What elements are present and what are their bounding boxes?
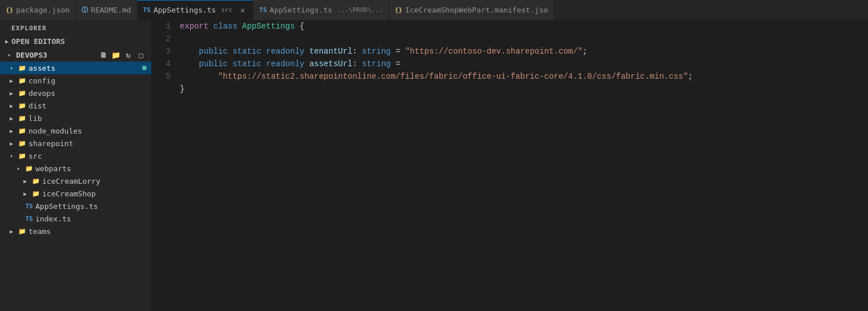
tab-label: README.md bbox=[91, 6, 131, 14]
chevron-right-icon bbox=[21, 178, 30, 184]
folder-icon: 📁 bbox=[18, 115, 27, 122]
tree-item-devops[interactable]: 📁 devops bbox=[0, 87, 151, 99]
chevron-right-icon bbox=[7, 228, 16, 235]
space bbox=[295, 22, 300, 31]
space bbox=[237, 22, 242, 31]
tab-readme-md[interactable]: ⓘ README.md bbox=[76, 0, 137, 20]
space bbox=[208, 22, 213, 31]
folder-icon: 📁 bbox=[31, 177, 41, 185]
tree-item-label: lib bbox=[29, 114, 42, 123]
tree-item-label: webparts bbox=[35, 164, 71, 173]
sidebar: EXPLORER OPEN EDITORS DEVOPS3 🗎 📁 ↻ □ 📁 … bbox=[0, 20, 151, 311]
tab-bar: {} package.json ⓘ README.md TS AppSettin… bbox=[0, 0, 868, 20]
folder-icon: 📁 bbox=[18, 140, 27, 147]
tab-suffix: src bbox=[221, 6, 232, 14]
tab-label: AppSettings.ts bbox=[270, 6, 333, 14]
ts-icon: TS bbox=[143, 6, 151, 14]
devops-icon-group: 🗎 📁 ↻ □ bbox=[98, 49, 147, 60]
tree-item-node-modules[interactable]: 📁 node_modules bbox=[0, 124, 151, 137]
tree-item-webparts[interactable]: 📁 webparts bbox=[0, 162, 151, 175]
folder-icon: 📁 bbox=[18, 64, 27, 72]
indent bbox=[180, 47, 199, 56]
tree-item-label: devops bbox=[29, 89, 55, 98]
tree-item-teams[interactable]: 📁 teams bbox=[0, 225, 151, 237]
open-editors-header[interactable]: OPEN EDITORS bbox=[0, 34, 151, 48]
line-numbers: 1 2 3 4 5 bbox=[151, 20, 180, 311]
tree-item-config[interactable]: 📁 config bbox=[0, 74, 151, 87]
chevron-down-icon bbox=[7, 153, 16, 159]
folder-icon: 📁 bbox=[31, 190, 41, 197]
close-brace: } bbox=[180, 84, 184, 94]
modified-dot bbox=[142, 66, 147, 70]
explorer-title: EXPLORER bbox=[0, 20, 151, 34]
indent bbox=[180, 72, 218, 81]
keyword-static: static bbox=[232, 59, 261, 68]
tree-item-label: sharepoint bbox=[29, 139, 73, 148]
chevron-right-icon bbox=[21, 191, 30, 197]
json-icon: {} bbox=[6, 6, 13, 14]
line-num-5: 5 bbox=[158, 70, 171, 83]
prop-assetsurl: assetsUrl bbox=[309, 59, 353, 68]
collapse-icon[interactable]: □ bbox=[135, 49, 147, 60]
tab-appsettings-prod[interactable]: TS AppSettings.ts ...\PROD\... bbox=[253, 0, 389, 20]
folder-icon: 📁 bbox=[18, 127, 27, 135]
code-line-4: public static readonly assetsUrl: string… bbox=[180, 58, 857, 70]
tab-label: AppSettings.ts bbox=[154, 6, 216, 14]
tree-item-assets[interactable]: 📁 assets bbox=[0, 62, 151, 74]
tab-label: IceCreamShopWebPart.manifest.jso bbox=[405, 6, 548, 14]
tree-item-label: config bbox=[29, 76, 55, 85]
tree-item-label: iceCreamShop bbox=[42, 189, 96, 198]
chevron-right-icon bbox=[2, 38, 11, 45]
tab-close-button[interactable]: × bbox=[238, 6, 247, 15]
code-editor[interactable]: 1 2 3 4 5 export class AppSettings { pub… bbox=[151, 20, 868, 311]
folder-icon: 📁 bbox=[25, 165, 34, 172]
json-icon: {} bbox=[395, 6, 402, 14]
code-line-1: export class AppSettings { bbox=[180, 20, 857, 33]
new-folder-icon[interactable]: 📁 bbox=[110, 49, 122, 60]
tab-package-json[interactable]: {} package.json bbox=[0, 0, 76, 20]
tree-item-dist[interactable]: 📁 dist bbox=[0, 99, 151, 112]
chevron-down-icon bbox=[14, 165, 23, 172]
code-line-2 bbox=[180, 33, 857, 45]
open-brace: { bbox=[300, 22, 304, 31]
tab-manifest[interactable]: {} IceCreamShopWebPart.manifest.jso bbox=[389, 0, 555, 20]
chevron-down-icon bbox=[5, 52, 14, 58]
ts-icon: TS bbox=[259, 6, 267, 14]
chevron-down-icon bbox=[7, 65, 16, 71]
type-string: string bbox=[362, 47, 390, 56]
folder-icon: 📁 bbox=[18, 77, 27, 84]
type-string2: string bbox=[362, 59, 390, 68]
tree-item-label: teams bbox=[29, 227, 51, 236]
line-num-4: 4 bbox=[158, 58, 171, 70]
keyword-static: static bbox=[232, 47, 261, 56]
code-line-5: } bbox=[180, 83, 857, 95]
code-lines: export class AppSettings { public static… bbox=[180, 20, 868, 311]
indent bbox=[180, 59, 199, 68]
tree-item-label: iceCreamLorry bbox=[42, 177, 100, 185]
tree-item-label: AppSettings.ts bbox=[35, 202, 98, 211]
chevron-right-icon bbox=[7, 90, 16, 96]
tree-item-lib[interactable]: 📁 lib bbox=[0, 112, 151, 124]
tree-item-label: index.ts bbox=[35, 215, 71, 223]
tab-appsettings-active[interactable]: TS AppSettings.ts src × bbox=[138, 0, 254, 20]
tree-item-appsettings[interactable]: TS AppSettings.ts bbox=[0, 200, 151, 212]
refresh-icon[interactable]: ↻ bbox=[123, 49, 134, 60]
tree-item-sharepoint[interactable]: 📁 sharepoint bbox=[0, 137, 151, 150]
tab-suffix: ...\PROD\... bbox=[337, 6, 382, 14]
devops-header[interactable]: DEVOPS3 🗎 📁 ↻ □ bbox=[0, 48, 151, 62]
chevron-right-icon bbox=[7, 128, 16, 134]
new-file-icon[interactable]: 🗎 bbox=[98, 49, 109, 60]
tree-item-icecreamshop[interactable]: 📁 iceCreamShop bbox=[0, 187, 151, 200]
info-icon: ⓘ bbox=[82, 6, 88, 14]
folder-icon: 📁 bbox=[18, 152, 27, 160]
keyword-export: export bbox=[180, 22, 208, 31]
keyword-public: public bbox=[199, 59, 228, 68]
line-num-2: 2 bbox=[158, 33, 171, 45]
tree-item-index-ts[interactable]: TS index.ts bbox=[0, 212, 151, 225]
tree-item-icecreamlorry[interactable]: 📁 iceCreamLorry bbox=[0, 175, 151, 187]
string-tenanturl: "https://contoso-dev.sharepoint.com/" bbox=[405, 47, 583, 56]
tree-item-label: dist bbox=[29, 102, 46, 110]
tree-item-label: src bbox=[29, 152, 42, 160]
tree-item-src[interactable]: 📁 src bbox=[0, 150, 151, 162]
ts-file-icon: TS bbox=[25, 215, 34, 223]
